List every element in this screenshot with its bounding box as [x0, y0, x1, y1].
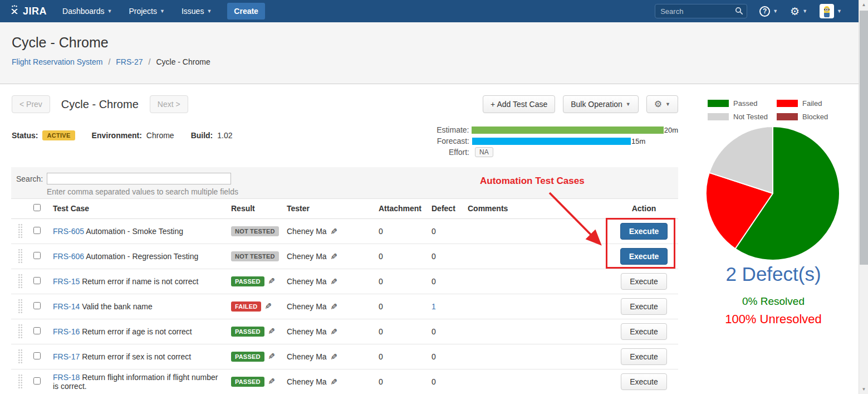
- table-search-hint: Enter comma separated values to search m…: [47, 187, 238, 196]
- scroll-up-arrow[interactable]: ▲: [859, 0, 868, 9]
- scrollbar-thumb[interactable]: [860, 11, 868, 265]
- execute-button[interactable]: Execute: [621, 348, 667, 365]
- nav-issues[interactable]: Issues ▼: [182, 7, 212, 16]
- edit-tester-icon[interactable]: ✎: [328, 378, 339, 385]
- edit-tester-icon[interactable]: ✎: [328, 252, 339, 260]
- edit-result-icon[interactable]: ✎: [266, 353, 276, 360]
- test-case-id-link[interactable]: FRS-16: [53, 327, 80, 336]
- drag-handle[interactable]: [18, 223, 23, 239]
- test-case-id-link[interactable]: FRS-14: [53, 302, 80, 311]
- add-test-case-button[interactable]: + Add Test Case: [483, 95, 555, 113]
- status-badge: ACTIVE: [42, 130, 75, 140]
- table-search-label: Search:: [16, 174, 43, 183]
- jira-logo[interactable]: JIRA: [9, 5, 47, 17]
- test-case-table: Test Case Result Tester Attachment Defec…: [11, 199, 678, 394]
- defect-count[interactable]: 1: [431, 302, 436, 311]
- edit-result-icon[interactable]: ✎: [266, 278, 276, 285]
- user-profile-menu[interactable]: ▼: [820, 4, 842, 18]
- breadcrumb-current: Cycle - Chrome: [156, 57, 210, 66]
- status-label: Status:: [12, 131, 38, 140]
- nav-dashboards-label: Dashboards: [62, 7, 105, 16]
- row-checkbox[interactable]: [33, 252, 41, 259]
- nav-projects[interactable]: Projects ▼: [129, 7, 165, 16]
- test-case-id-link[interactable]: FRS-605: [53, 227, 84, 236]
- cycle-settings-button[interactable]: ⚙ ▼: [646, 95, 678, 113]
- nav-issues-label: Issues: [182, 7, 204, 16]
- prev-cycle-button[interactable]: < Prev: [12, 95, 50, 113]
- environment-value: Chrome: [146, 131, 174, 140]
- test-case-id-link[interactable]: FRS-606: [53, 252, 84, 261]
- test-case-id-link[interactable]: FRS-17: [53, 352, 80, 361]
- table-row: FRS-605 Automation - Smoke Testing NOT T…: [11, 218, 678, 244]
- edit-tester-icon[interactable]: ✎: [328, 227, 339, 235]
- help-menu[interactable]: ? ▼: [759, 6, 778, 17]
- edit-tester-icon[interactable]: ✎: [328, 328, 339, 335]
- breadcrumb-separator: /: [108, 57, 110, 66]
- annotation-automation-label: Automation Test Cases: [480, 176, 585, 187]
- legend-item-passed: Passed: [708, 99, 774, 108]
- edit-tester-icon[interactable]: ✎: [328, 353, 339, 360]
- row-checkbox[interactable]: [33, 277, 41, 284]
- create-button[interactable]: Create: [227, 3, 265, 20]
- row-checkbox[interactable]: [33, 377, 41, 385]
- select-all-checkbox[interactable]: [33, 204, 41, 211]
- forecast-value: 15m: [631, 137, 645, 145]
- execute-button[interactable]: Execute: [621, 273, 667, 290]
- legend-label: Not Tested: [733, 113, 768, 121]
- nav-dashboards[interactable]: Dashboards ▼: [62, 7, 112, 16]
- table-search-input[interactable]: [47, 173, 231, 184]
- result-badge: PASSED: [231, 276, 264, 286]
- column-header-attachment: Attachment: [373, 199, 426, 218]
- result-badge: PASSED: [231, 327, 264, 337]
- tester-name: Cheney Ma: [287, 227, 327, 236]
- column-header-test-case: Test Case: [47, 199, 225, 218]
- edit-result-icon[interactable]: ✎: [263, 303, 273, 310]
- edit-tester-icon[interactable]: ✎: [328, 303, 339, 310]
- estimate-bar: [472, 127, 663, 134]
- edit-result-icon[interactable]: ✎: [266, 378, 276, 385]
- global-search-input[interactable]: [655, 4, 747, 18]
- row-checkbox[interactable]: [33, 327, 41, 334]
- effort-value: NA: [475, 147, 493, 157]
- vertical-scrollbar: ▲ ▼: [859, 0, 868, 394]
- scroll-down-arrow[interactable]: ▼: [859, 385, 868, 394]
- drag-handle[interactable]: [18, 299, 23, 314]
- bulk-operation-button[interactable]: Bulk Operation ▼: [563, 95, 639, 113]
- execute-button[interactable]: Execute: [621, 373, 667, 390]
- breadcrumb-issue-link[interactable]: FRS-27: [116, 57, 143, 66]
- execute-button[interactable]: Execute: [621, 323, 667, 340]
- breadcrumb-project-link[interactable]: Flight Reservation System: [12, 57, 102, 66]
- attachment-count: 0: [379, 302, 383, 311]
- legend-item-blocked: Blocked: [777, 113, 839, 121]
- drag-handle[interactable]: [18, 374, 23, 389]
- next-cycle-button[interactable]: Next >: [150, 95, 188, 113]
- drag-handle[interactable]: [18, 249, 23, 264]
- drag-handle[interactable]: [18, 349, 23, 364]
- chevron-down-icon: ▼: [207, 8, 212, 14]
- tester-name: Cheney Ma: [287, 327, 327, 336]
- tester-name: Cheney Ma: [287, 377, 327, 386]
- admin-settings-menu[interactable]: ⚙ ▼: [790, 6, 807, 17]
- execute-button[interactable]: Execute: [621, 298, 667, 315]
- drag-handle[interactable]: [18, 274, 23, 289]
- test-case-id-link[interactable]: FRS-15: [53, 277, 80, 286]
- legend-label: Failed: [802, 99, 822, 108]
- drag-handle[interactable]: [18, 324, 23, 339]
- row-checkbox[interactable]: [33, 227, 41, 234]
- test-case-id-link[interactable]: FRS-18: [53, 373, 80, 382]
- row-checkbox[interactable]: [33, 302, 41, 309]
- edit-result-icon[interactable]: ✎: [266, 328, 276, 335]
- result-badge: NOT TESTED: [231, 226, 279, 236]
- defect-count: 0: [431, 327, 436, 336]
- execution-chart-panel: PassedFailedNot TestedBlocked 2 Defect(s…: [689, 95, 857, 394]
- result-badge: PASSED: [231, 377, 264, 387]
- column-header-defect: Defect: [426, 199, 462, 218]
- row-checkbox[interactable]: [33, 352, 41, 359]
- legend-label: Blocked: [802, 113, 828, 121]
- attachment-count: 0: [379, 327, 383, 336]
- test-case-name: Valid the bank name: [82, 302, 153, 311]
- avatar: [820, 4, 834, 18]
- legend-swatch: [708, 100, 729, 107]
- breadcrumb: Flight Reservation System / FRS-27 / Cyc…: [12, 57, 210, 66]
- edit-tester-icon[interactable]: ✎: [328, 278, 339, 285]
